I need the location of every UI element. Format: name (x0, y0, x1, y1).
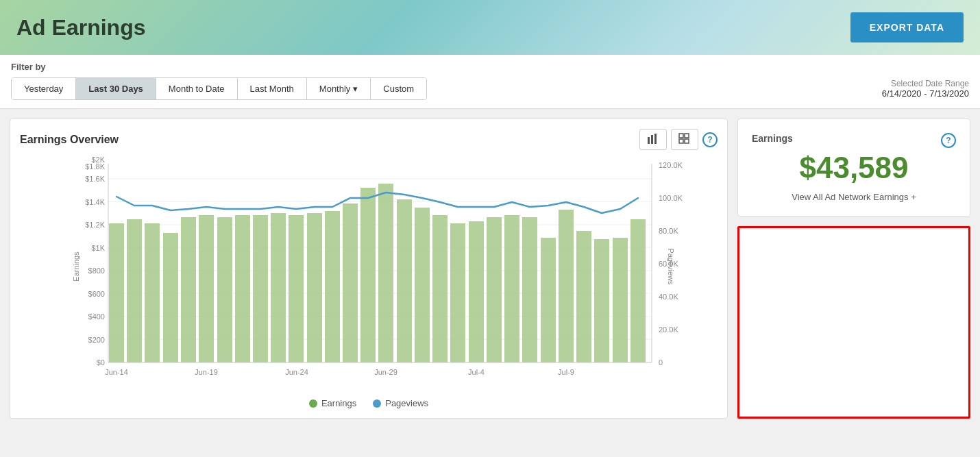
filter-button-group: Yesterday Last 30 Days Month to Date Las… (11, 77, 427, 100)
earnings-legend-label: Earnings (321, 398, 356, 408)
svg-text:40.0K: 40.0K (659, 293, 678, 301)
svg-rect-40 (181, 217, 196, 362)
svg-rect-51 (378, 184, 393, 362)
svg-text:Jun-14: Jun-14 (105, 368, 128, 376)
svg-rect-48 (325, 211, 340, 362)
svg-text:Jun-24: Jun-24 (285, 368, 308, 376)
svg-rect-3 (679, 134, 683, 138)
date-range-display: Selected Date Range 6/14/2020 - 7/13/202… (882, 79, 969, 99)
svg-rect-1 (651, 135, 653, 144)
svg-text:$600: $600 (88, 290, 105, 298)
svg-text:100.0K: 100.0K (659, 194, 683, 202)
filter-btn-custom[interactable]: Custom (371, 78, 426, 99)
date-range-value: 6/14/2020 - 7/13/2020 (882, 88, 969, 99)
dropdown-arrow-icon: ▾ (353, 84, 358, 94)
date-range-label: Selected Date Range (882, 79, 969, 88)
svg-rect-59 (522, 217, 537, 362)
svg-text:$800: $800 (88, 267, 105, 275)
svg-text:$1.4K: $1.4K (85, 198, 105, 206)
svg-rect-5 (679, 139, 683, 143)
grid-icon (678, 133, 691, 144)
right-panel: Earnings ? $43,589 View All Ad Network E… (737, 119, 970, 419)
svg-text:120.0K: 120.0K (659, 161, 683, 169)
svg-rect-44 (253, 215, 268, 362)
svg-text:Jun-29: Jun-29 (374, 368, 397, 376)
svg-text:Earnings: Earnings (72, 251, 80, 282)
svg-rect-0 (648, 137, 650, 144)
chart-container: $0 $200 $400 $600 $800 $1K $1.2K $1.4K $… (20, 157, 718, 393)
svg-rect-49 (343, 203, 358, 362)
pageviews-legend-dot (373, 399, 381, 408)
svg-text:80.0K: 80.0K (659, 227, 678, 235)
svg-text:$400: $400 (88, 312, 105, 321)
chart-legend: Earnings Pageviews (20, 398, 718, 408)
chart-grid-view-button[interactable] (671, 129, 698, 150)
svg-text:$2K: $2K (91, 157, 105, 164)
bar-chart-icon (647, 133, 659, 144)
earnings-card: Earnings ? $43,589 View All Ad Network E… (737, 119, 970, 217)
chart-bar-view-button[interactable] (639, 129, 667, 150)
page-title: Ad Earnings (16, 15, 145, 40)
svg-text:0: 0 (659, 358, 663, 367)
filter-label: Filter by (11, 62, 969, 72)
svg-rect-50 (360, 188, 376, 362)
ad-placeholder-box (737, 226, 970, 419)
svg-rect-46 (289, 215, 304, 362)
earnings-help-icon[interactable]: ? (941, 133, 956, 148)
svg-rect-43 (235, 215, 250, 362)
earnings-amount: $43,589 (752, 151, 956, 185)
svg-rect-38 (145, 223, 160, 362)
earnings-card-title: Earnings (752, 133, 793, 144)
page-header: Ad Earnings EXPORT DATA (0, 0, 980, 55)
svg-rect-56 (469, 221, 484, 362)
svg-rect-36 (109, 223, 124, 362)
legend-pageviews: Pageviews (373, 398, 428, 408)
filter-btn-last30days[interactable]: Last 30 Days (76, 78, 156, 99)
earnings-link[interactable]: View All Ad Network Earnings + (752, 192, 956, 202)
svg-rect-63 (594, 239, 609, 362)
svg-rect-2 (654, 134, 657, 144)
svg-text:$0: $0 (97, 358, 105, 367)
svg-rect-60 (541, 238, 556, 362)
legend-earnings: Earnings (309, 398, 356, 408)
export-data-button[interactable]: EXPORT DATA (850, 12, 964, 42)
filter-btn-yesterday[interactable]: Yesterday (12, 78, 76, 99)
svg-rect-57 (487, 217, 502, 362)
svg-text:Pageviews: Pageviews (667, 248, 675, 285)
chart-title: Earnings Overview (20, 134, 119, 146)
svg-rect-54 (432, 215, 448, 362)
filter-row: Yesterday Last 30 Days Month to Date Las… (11, 77, 969, 100)
svg-rect-47 (307, 213, 322, 362)
chart-panel: Earnings Overview (10, 119, 728, 419)
svg-rect-42 (217, 217, 232, 362)
svg-rect-64 (613, 238, 628, 362)
svg-text:Jul-4: Jul-4 (468, 368, 485, 376)
svg-text:$200: $200 (88, 336, 105, 344)
chart-help-icon[interactable]: ? (702, 132, 718, 147)
filter-bar: Filter by Yesterday Last 30 Days Month t… (0, 55, 980, 109)
filter-btn-lastmonth[interactable]: Last Month (238, 78, 307, 99)
pageviews-legend-label: Pageviews (385, 398, 428, 408)
svg-rect-53 (415, 208, 430, 362)
svg-text:20.0K: 20.0K (659, 325, 678, 334)
svg-rect-6 (685, 139, 689, 143)
filter-btn-monthly[interactable]: Monthly ▾ (307, 78, 371, 99)
svg-rect-41 (199, 215, 214, 362)
filter-btn-monthtodate[interactable]: Month to Date (156, 78, 238, 99)
svg-rect-39 (163, 233, 178, 362)
svg-text:Jun-19: Jun-19 (195, 368, 218, 376)
chart-header: Earnings Overview (20, 129, 718, 150)
svg-rect-65 (630, 219, 646, 362)
main-content: Earnings Overview (0, 109, 980, 428)
svg-text:$1.6K: $1.6K (85, 175, 105, 183)
earnings-legend-dot (309, 399, 317, 408)
earnings-chart: $0 $200 $400 $600 $800 $1K $1.2K $1.4K $… (20, 157, 718, 390)
svg-rect-55 (450, 223, 465, 362)
chart-controls: ? (639, 129, 718, 150)
svg-text:Jul-9: Jul-9 (558, 368, 574, 376)
svg-rect-45 (271, 213, 286, 362)
svg-text:$1.2K: $1.2K (85, 221, 105, 229)
svg-rect-4 (685, 134, 689, 138)
svg-rect-58 (504, 215, 519, 362)
svg-rect-37 (127, 219, 142, 362)
